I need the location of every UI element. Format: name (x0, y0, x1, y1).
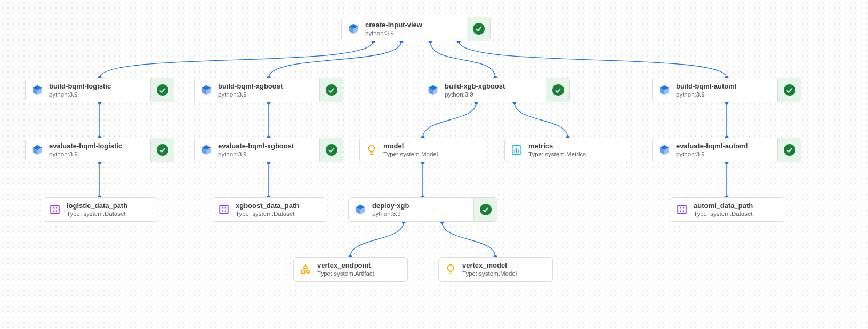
status-success (546, 78, 569, 102)
node-automl-data-path[interactable]: automl_data_path Type: system.Dataset (670, 197, 784, 222)
node-title: metrics (528, 142, 626, 150)
node-title: model (383, 142, 481, 150)
node-subtitle: python:3.9 (445, 91, 542, 98)
node-subtitle: Type: system.Model (383, 150, 481, 158)
node-evaluate-bqml-xgboost[interactable]: evaluate-bqml-xgboost python:3.9 (194, 138, 343, 162)
node-build-bqml-automl[interactable]: build-bqml-automl python:3.9 (652, 78, 801, 102)
node-subtitle: Type: system.Dataset (694, 210, 779, 218)
svg-point-32 (55, 207, 57, 209)
model-bulb-icon (439, 258, 462, 281)
cube-icon (195, 78, 218, 102)
status-success (777, 138, 801, 162)
node-deploy-xgb[interactable]: deploy-xgb python:3.9 (348, 197, 497, 222)
node-model[interactable]: model Type: system.Model (359, 138, 486, 162)
check-icon (784, 144, 795, 156)
svg-point-37 (224, 207, 226, 209)
svg-point-31 (53, 207, 54, 209)
node-subtitle: python:3.9 (218, 150, 315, 158)
node-title: build-bqml-xgboost (218, 82, 315, 91)
svg-rect-45 (302, 270, 305, 274)
node-subtitle: python:3.9 (372, 210, 469, 218)
svg-rect-35 (220, 205, 228, 214)
svg-point-47 (680, 207, 681, 209)
node-xgboost-data-path[interactable]: xgboost_data_path Type: system.Dataset (212, 197, 326, 222)
check-icon (326, 84, 337, 96)
dataset-icon (670, 198, 694, 221)
node-build-xgb-xgboost[interactable]: build-xgb-xgboost python:3.9 (421, 78, 570, 102)
cube-icon (26, 138, 49, 162)
node-title: logistic_data_path (67, 202, 152, 210)
node-title: build-bqml-automl (676, 82, 773, 91)
cube-icon (653, 78, 676, 102)
node-title: build-xgb-xgboost (445, 82, 542, 91)
check-icon (480, 204, 492, 215)
status-success (319, 78, 343, 102)
cube-icon (26, 78, 49, 102)
check-icon (552, 84, 564, 96)
node-subtitle: python:3.9 (676, 91, 773, 98)
node-build-bqml-logistic[interactable]: build-bqml-logistic python:3.9 (25, 78, 174, 102)
check-icon (326, 144, 337, 156)
check-icon (473, 23, 485, 35)
node-subtitle: python:3.9 (365, 29, 462, 37)
status-success (473, 198, 497, 221)
status-success (150, 78, 174, 102)
svg-point-34 (55, 210, 57, 212)
node-subtitle: python:3.9 (676, 150, 773, 158)
node-logistic-data-path[interactable]: logistic_data_path Type: system.Dataset (43, 197, 157, 222)
node-metrics[interactable]: metrics Type: system.Metrics (504, 138, 631, 162)
node-title: automl_data_path (694, 202, 779, 210)
svg-point-50 (682, 210, 684, 212)
node-subtitle: Type: system.Metrics (528, 150, 626, 158)
dataset-icon (212, 198, 236, 221)
pipeline-canvas[interactable]: create-input-view python:3.9 build-bqml-… (0, 0, 868, 329)
node-title: deploy-xgb (372, 202, 469, 210)
svg-point-44 (307, 270, 310, 274)
node-title: vertex_model (462, 261, 548, 270)
node-build-bqml-xgboost[interactable]: build-bqml-xgboost python:3.9 (194, 78, 343, 102)
model-bulb-icon (360, 138, 383, 162)
node-create-input-view[interactable]: create-input-view python:3.9 (341, 17, 491, 41)
svg-rect-30 (51, 205, 59, 214)
node-subtitle: Type: system.Dataset (67, 210, 152, 218)
node-evaluate-bqml-automl[interactable]: evaluate-bqml-automl python:3.9 (652, 138, 801, 162)
node-subtitle: python:3.9 (49, 91, 146, 98)
cube-icon (342, 17, 365, 41)
artifact-icon (294, 258, 317, 281)
cube-icon (195, 138, 218, 162)
svg-point-33 (53, 210, 54, 212)
node-title: create-input-view (365, 21, 462, 29)
status-success (319, 138, 343, 162)
node-evaluate-bqml-logistic[interactable]: evaluate-bqml-logistic python:3.9 (25, 138, 174, 162)
cube-icon (653, 138, 676, 162)
node-vertex-endpoint[interactable]: vertex_endpoint Type: system.Artifact (293, 257, 408, 282)
node-subtitle: Type: system.Dataset (236, 210, 322, 218)
dataset-icon (43, 198, 67, 221)
svg-point-38 (222, 210, 223, 212)
node-subtitle: python:3.9 (49, 150, 146, 158)
node-title: evaluate-bqml-logistic (49, 142, 146, 150)
node-subtitle: Type: system.Artifact (317, 270, 403, 277)
node-subtitle: Type: system.Model (462, 270, 548, 277)
svg-point-36 (222, 207, 223, 209)
check-icon (157, 84, 168, 96)
svg-point-39 (224, 210, 226, 212)
node-vertex-model[interactable]: vertex_model Type: system.Model (438, 257, 553, 282)
cube-icon (421, 78, 445, 102)
node-title: build-bqml-logistic (49, 82, 146, 91)
status-success (777, 78, 801, 102)
metrics-icon (505, 138, 528, 162)
node-title: evaluate-bqml-automl (676, 142, 773, 150)
node-title: xgboost_data_path (236, 202, 322, 210)
cube-icon (349, 198, 372, 221)
status-success (150, 138, 174, 162)
node-title: evaluate-bqml-xgboost (218, 142, 315, 150)
svg-point-48 (682, 207, 684, 209)
edges-layer (0, 0, 868, 329)
node-subtitle: python:3.9 (218, 91, 315, 98)
check-icon (157, 144, 168, 156)
svg-rect-46 (678, 205, 686, 214)
svg-point-49 (680, 210, 681, 212)
status-success (467, 17, 490, 41)
check-icon (784, 84, 795, 96)
